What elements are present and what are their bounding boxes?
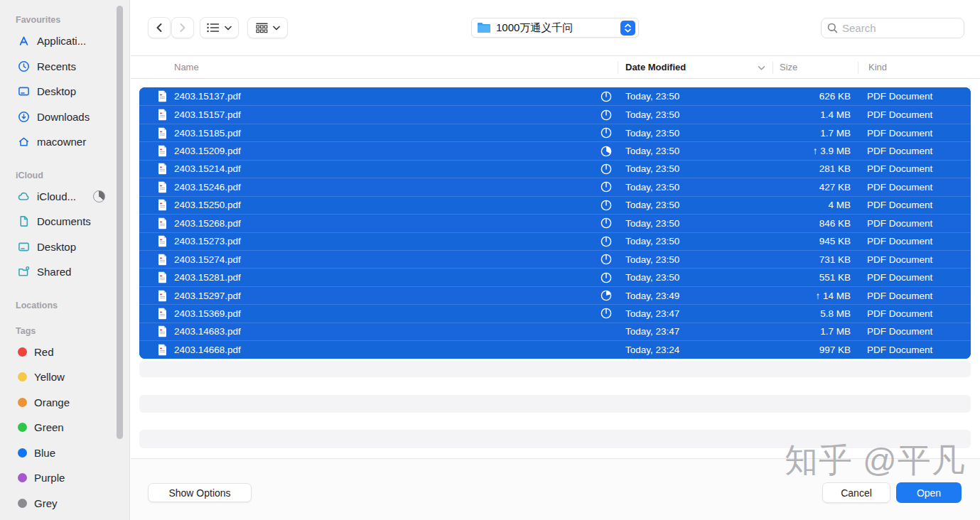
table-row[interactable]: 2403.15273.pdf Today, 23:50 945 KB PDF D… bbox=[139, 232, 971, 250]
sidebar-item-recents[interactable]: Recents bbox=[0, 54, 129, 80]
table-row[interactable]: 2403.15250.pdf Today, 23:50 4 MB PDF Doc… bbox=[139, 196, 971, 214]
tag-dot bbox=[18, 448, 27, 457]
appstore-icon bbox=[18, 35, 30, 47]
sidebar-item-label: Desktop bbox=[37, 241, 76, 253]
file-name: 2403.14683.pdf bbox=[174, 323, 241, 340]
table-row[interactable]: 2403.15137.pdf Today, 23:50 626 KB PDF D… bbox=[139, 87, 971, 105]
table-row[interactable]: 2403.15185.pdf Today, 23:50 1.7 MB PDF D… bbox=[139, 124, 971, 141]
column-header-name[interactable]: Name bbox=[174, 56, 199, 78]
upload-status-icon bbox=[601, 106, 612, 123]
sidebar-item-tag-yellow[interactable]: Yellow bbox=[0, 364, 129, 390]
sidebar-item-label: Documents bbox=[37, 215, 91, 227]
sidebar-item-shared[interactable]: Shared bbox=[0, 259, 129, 285]
empty-row-stripe bbox=[139, 430, 971, 448]
file-name: 2403.14668.pdf bbox=[174, 341, 241, 358]
back-button[interactable] bbox=[148, 17, 171, 38]
column-header-kind[interactable]: Kind bbox=[868, 56, 887, 78]
sidebar-section: FavouritesApplicati...RecentsDesktopDown… bbox=[0, 15, 129, 155]
sidebar-item-label: Blue bbox=[34, 447, 55, 459]
forward-button[interactable] bbox=[171, 17, 194, 38]
sort-chevron-down-icon bbox=[758, 65, 765, 71]
file-kind: PDF Document bbox=[867, 178, 932, 195]
pdf-file-icon bbox=[156, 142, 168, 159]
sidebar-item-icloud-drive[interactable]: iCloud... bbox=[0, 184, 129, 210]
table-row[interactable]: 2403.15274.pdf Today, 23:50 731 KB PDF D… bbox=[139, 250, 971, 268]
sidebar-item-label: Recents bbox=[37, 60, 76, 72]
clock-icon bbox=[18, 60, 30, 72]
file-name: 2403.15157.pdf bbox=[174, 106, 241, 123]
file-size: 997 KB bbox=[708, 341, 851, 358]
table-row[interactable]: 2403.15209.pdf Today, 23:50 ↑ 3.9 MB PDF… bbox=[139, 141, 971, 159]
sidebar-item-documents[interactable]: Documents bbox=[0, 209, 129, 234]
table-row[interactable]: 2403.15157.pdf Today, 23:50 1.4 MB PDF D… bbox=[139, 105, 971, 123]
column-header-date-modified[interactable]: Date Modified bbox=[625, 56, 686, 78]
file-name: 2403.15250.pdf bbox=[174, 197, 241, 214]
sidebar-item-tag-orange[interactable]: Orange bbox=[0, 390, 129, 416]
search-field[interactable] bbox=[821, 18, 964, 38]
sidebar-item-tag-blue[interactable]: Blue bbox=[0, 440, 129, 466]
sidebar-scrollbar[interactable] bbox=[117, 6, 123, 439]
group-view-button[interactable] bbox=[247, 17, 288, 38]
open-button[interactable]: Open bbox=[896, 482, 962, 503]
file-date-modified: Today, 23:50 bbox=[625, 251, 679, 268]
pdf-file-icon bbox=[156, 341, 168, 358]
sidebar-item-downloads[interactable]: Downloads bbox=[0, 104, 129, 130]
file-kind: PDF Document bbox=[867, 287, 932, 304]
column-header-row: Name Date Modified Size Kind bbox=[131, 55, 980, 79]
table-row[interactable]: 2403.15281.pdf Today, 23:50 551 KB PDF D… bbox=[139, 268, 971, 286]
sidebar-section: TagsRedYellowOrangeGreenBluePurpleGrey bbox=[0, 326, 129, 516]
file-kind: PDF Document bbox=[867, 341, 932, 358]
table-row[interactable]: 2403.15268.pdf Today, 23:50 846 KB PDF D… bbox=[139, 214, 971, 232]
file-size: ↑ 3.9 MB bbox=[708, 142, 851, 159]
file-kind: PDF Document bbox=[867, 124, 932, 141]
header-divider bbox=[772, 62, 773, 74]
table-row[interactable]: 2403.14668.pdf Today, 23:24 997 KB PDF D… bbox=[139, 340, 971, 358]
sidebar-item-tag-grey[interactable]: Grey bbox=[0, 491, 129, 516]
table-row[interactable]: 2403.15246.pdf Today, 23:50 427 KB PDF D… bbox=[139, 178, 971, 195]
pdf-file-icon bbox=[156, 87, 168, 105]
file-kind: PDF Document bbox=[867, 161, 932, 178]
file-name: 2403.15214.pdf bbox=[174, 161, 241, 178]
cancel-button[interactable]: Cancel bbox=[822, 482, 890, 503]
list-view-button[interactable] bbox=[200, 17, 239, 38]
search-icon bbox=[827, 23, 838, 33]
document-icon bbox=[18, 215, 30, 227]
sidebar-item-applications[interactable]: Applicati... bbox=[0, 28, 129, 54]
search-input[interactable] bbox=[842, 22, 949, 34]
file-name: 2403.15137.pdf bbox=[174, 87, 241, 105]
file-kind: PDF Document bbox=[867, 215, 932, 232]
file-date-modified: Today, 23:49 bbox=[625, 287, 679, 304]
table-row[interactable]: 2403.15214.pdf Today, 23:50 281 KB PDF D… bbox=[139, 160, 971, 178]
table-row[interactable]: 2403.14683.pdf Today, 23:47 1.7 MB PDF D… bbox=[139, 323, 971, 340]
file-name: 2403.15281.pdf bbox=[174, 269, 241, 286]
tag-dot bbox=[18, 473, 27, 482]
sidebar-section-title: Tags bbox=[16, 326, 129, 336]
column-header-size[interactable]: Size bbox=[780, 56, 797, 78]
file-size: 1.7 MB bbox=[708, 124, 851, 141]
sidebar-item-desktop[interactable]: Desktop bbox=[0, 79, 129, 104]
file-date-modified: Today, 23:50 bbox=[625, 197, 679, 214]
table-row[interactable]: 2403.15369.pdf Today, 23:47 5.8 MB PDF D… bbox=[139, 304, 971, 322]
chevron-down-icon bbox=[273, 26, 280, 31]
empty-row-stripe bbox=[139, 395, 971, 413]
folder-select[interactable]: 1000万通义千问 bbox=[471, 18, 639, 38]
upload-status-icon bbox=[601, 305, 612, 322]
sidebar-item-label: Downloads bbox=[37, 111, 90, 123]
home-icon bbox=[18, 136, 30, 148]
desktop-icon bbox=[18, 85, 30, 97]
list-view-icon bbox=[207, 23, 220, 33]
file-date-modified: Today, 23:50 bbox=[625, 106, 679, 123]
sidebar-section: Locations bbox=[0, 300, 129, 310]
sidebar-item-desktop-icloud[interactable]: Desktop bbox=[0, 234, 129, 260]
sidebar-item-tag-purple[interactable]: Purple bbox=[0, 465, 129, 491]
file-kind: PDF Document bbox=[867, 87, 932, 105]
sidebar-section-title: iCloud bbox=[16, 170, 129, 180]
sidebar-item-tag-green[interactable]: Green bbox=[0, 415, 129, 440]
show-options-button[interactable]: Show Options bbox=[148, 483, 252, 502]
sidebar-item-tag-red[interactable]: Red bbox=[0, 340, 129, 365]
table-row[interactable]: 2403.15297.pdf Today, 23:49 ↑ 14 MB PDF … bbox=[139, 286, 971, 304]
folder-icon bbox=[477, 22, 491, 33]
upload-status-icon bbox=[601, 233, 612, 250]
file-date-modified: Today, 23:50 bbox=[625, 269, 679, 286]
sidebar-item-macowner[interactable]: macowner bbox=[0, 129, 129, 155]
